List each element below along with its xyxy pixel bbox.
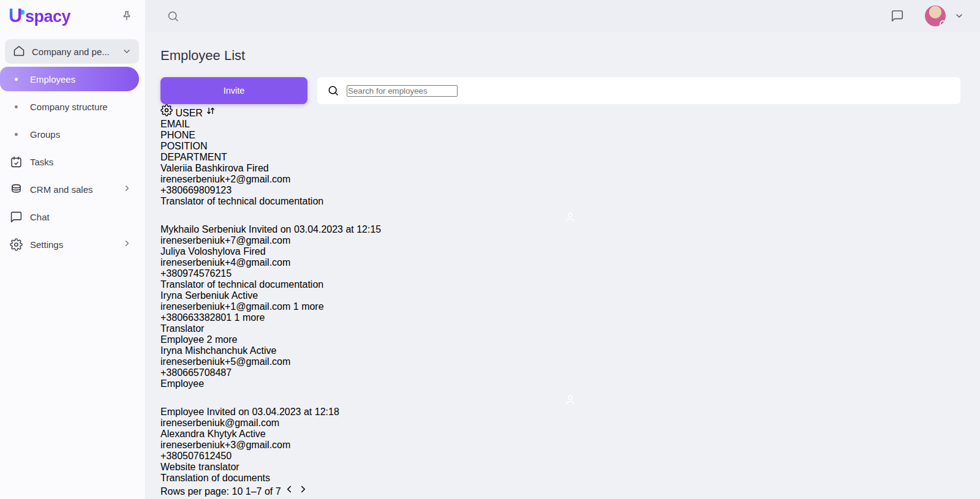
sidebar-item-tasks[interactable]: Tasks <box>5 149 139 174</box>
employee-name[interactable]: Mykhailo Serbeniuk <box>160 224 246 234</box>
employee-email: ireneserbeniuk+7@gmail.com <box>160 235 290 246</box>
employee-position: Website translator <box>160 462 239 472</box>
profile-menu[interactable] <box>925 6 964 26</box>
sidebar-item-settings[interactable]: Settings <box>5 232 139 257</box>
employee-department: Employee <box>160 334 204 345</box>
employee-email: ireneserbeniuk+2@gmail.com <box>160 174 290 184</box>
employee-name[interactable]: Alexandra Khytyk <box>160 429 237 439</box>
pin-icon[interactable] <box>119 9 134 23</box>
column-header-user[interactable]: USER <box>175 108 202 118</box>
table-row: Juliya Voloshylova Fired ireneserbeniuk+… <box>160 246 980 290</box>
bullet-icon <box>9 133 23 136</box>
employee-name[interactable]: Juliya Voloshylova <box>160 246 241 257</box>
employee-phone: +380663382801 <box>160 312 232 323</box>
email-more-link[interactable]: 1 more <box>293 301 324 312</box>
sort-icon[interactable] <box>205 108 216 118</box>
chevron-right-icon <box>123 239 132 250</box>
sidebar-item-chat[interactable]: Chat <box>5 204 139 229</box>
table-row: Alexandra Khytyk Active ireneserbeniuk+3… <box>160 429 980 484</box>
uspacy-logo[interactable]: Uspacy <box>9 5 70 27</box>
employee-table-card: USER EMAIL PHONE POSITION DEPARTMENT <box>160 104 980 497</box>
table-row: Iryna Serbeniuk Active ireneserbeniuk+1@… <box>160 290 980 345</box>
topbar <box>146 0 980 32</box>
employee-email: ireneserbeniuk+4@gmail.com <box>160 257 290 268</box>
table-row: Employee Invited on 03.04.2023 at 12:18 … <box>160 393 980 429</box>
avatar <box>160 211 980 224</box>
sidebar-item-label: Tasks <box>30 157 132 167</box>
employee-search[interactable] <box>317 77 960 104</box>
rows-per-page-select[interactable]: 10 <box>232 486 246 497</box>
department-more-link[interactable]: 2 more <box>207 334 238 345</box>
employee-status: Active <box>250 345 277 356</box>
table-settings-gear-icon[interactable] <box>160 108 175 118</box>
search-icon[interactable] <box>167 10 179 23</box>
employee-name[interactable]: Iryna Mishchanchuk <box>160 345 247 356</box>
bullet-icon <box>9 78 23 81</box>
phone-more-link[interactable]: 1 more <box>235 312 265 323</box>
sidebar: Uspacy Company and pe... Employees <box>0 0 146 499</box>
sidebar-item-label: Settings <box>30 239 123 250</box>
employee-phone: +380665708487 <box>160 367 232 378</box>
sidebar-item-company-structure[interactable]: Company structure <box>5 94 139 119</box>
rows-per-page-value: 10 <box>232 486 243 497</box>
logo-u-glyph: U <box>9 5 22 27</box>
employee-email: ireneserbeniuk+3@gmail.com <box>160 440 290 450</box>
sidebar-item-employees[interactable]: Employees <box>0 67 139 91</box>
sidebar-item-crm-and-sales[interactable]: CRM and sales <box>5 177 139 201</box>
bullet-icon <box>9 105 23 108</box>
chat-icon[interactable] <box>891 9 904 23</box>
sidebar-group-label: Company and pe... <box>32 47 122 57</box>
sidebar-item-label: Company structure <box>30 102 132 112</box>
search-input[interactable] <box>347 85 458 97</box>
sidebar-item-label: Groups <box>30 129 132 140</box>
sidebar-item-groups[interactable]: Groups <box>5 122 139 146</box>
chat-icon <box>9 211 23 223</box>
column-header-department[interactable]: DEPARTMENT <box>160 152 980 163</box>
logo-text: spacy <box>25 7 70 26</box>
employee-status: Invited on 03.04.2023 at 12:18 <box>207 407 339 417</box>
pagination-range: 1–7 of 7 <box>246 486 281 497</box>
app-root: Uspacy Company and pe... Employees <box>0 0 980 499</box>
employee-email: ireneserbeniuk+1@gmail.com <box>160 301 290 312</box>
table-header: USER EMAIL PHONE POSITION DEPARTMENT <box>160 104 980 163</box>
previous-page-button[interactable] <box>284 486 297 497</box>
avatar <box>160 393 980 407</box>
sidebar-header: Uspacy <box>0 0 145 32</box>
controls-row: Invite <box>160 77 960 104</box>
employee-department: Translation of documents <box>160 473 270 483</box>
employee-position: Translator of technical documentation <box>160 196 323 206</box>
employee-status: Fired <box>246 163 268 173</box>
main-content: Employee List Invite <box>146 32 980 499</box>
employee-department: Employee <box>160 378 204 389</box>
employee-name[interactable]: Employee <box>160 407 204 417</box>
invite-button[interactable]: Invite <box>160 77 307 104</box>
chevron-right-icon <box>123 184 132 195</box>
employee-status: Active <box>232 290 258 301</box>
employee-name[interactable]: Iryna Serbeniuk <box>160 290 229 301</box>
employee-email: ireneserbeniuk@gmail.com <box>160 418 279 428</box>
column-header-email[interactable]: EMAIL <box>160 119 980 130</box>
user-avatar[interactable] <box>925 6 946 26</box>
employee-status: Invited on 03.04.2023 at 12:15 <box>249 224 381 234</box>
sidebar-item-label: CRM and sales <box>30 184 123 195</box>
database-icon <box>9 183 23 196</box>
employee-name[interactable]: Valeriia Bashkirova <box>160 163 244 173</box>
employee-status: Fired <box>243 246 265 257</box>
gear-icon <box>9 238 23 251</box>
rows-per-page-label: Rows per page: <box>160 486 229 497</box>
employee-phone: +380974576215 <box>160 268 232 279</box>
sidebar-item-label: Chat <box>30 212 132 222</box>
sidebar-item-label: Employees <box>30 74 132 84</box>
chevron-down-icon[interactable] <box>954 11 964 21</box>
column-header-position[interactable]: POSITION <box>160 141 980 152</box>
table-row: Iryna Mishchanchuk Active ireneserbeniuk… <box>160 345 980 389</box>
sidebar-item-company-and-people[interactable]: Company and pe... <box>5 39 139 64</box>
employee-phone: +380669809123 <box>160 185 232 195</box>
page-title: Employee List <box>160 48 980 64</box>
column-header-phone[interactable]: PHONE <box>160 130 980 141</box>
chevron-down-icon <box>122 47 132 56</box>
employee-phone: +380507612450 <box>160 451 232 461</box>
table-row: Mykhailo Serbeniuk Invited on 03.04.2023… <box>160 211 980 246</box>
next-page-button[interactable] <box>298 486 309 497</box>
employee-status: Active <box>239 429 266 439</box>
